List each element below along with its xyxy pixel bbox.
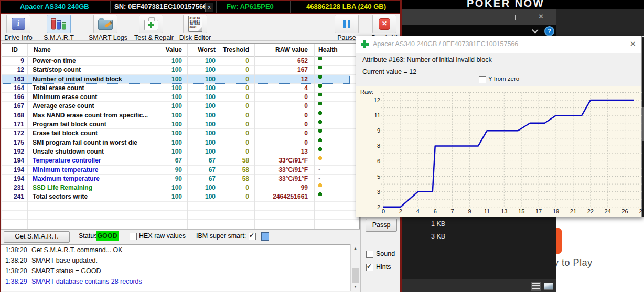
log-entry: 1:38:20SMART base updated. bbox=[1, 255, 350, 266]
svg-text:12: 12 bbox=[374, 97, 380, 103]
table-body: 9Power-on time100100065212Start/stop cou… bbox=[2, 57, 359, 229]
svg-text:28: 28 bbox=[639, 208, 644, 214]
close-icon[interactable]: ✕ bbox=[538, 13, 544, 20]
smart-logs-button[interactable]: SMART Logs bbox=[89, 15, 122, 41]
toolbar: i Drive Info S.M.A.R.T SMART Logs Test &… bbox=[1, 14, 400, 41]
chevron-down-icon[interactable] bbox=[532, 27, 539, 34]
popup-title: Apacer AS340 240GB / 0EF407381EC10015756… bbox=[373, 36, 518, 52]
hex-raw-values-label[interactable]: HEX raw values bbox=[139, 232, 186, 240]
column-header-raw: RAW value bbox=[249, 44, 308, 56]
first-aid-icon bbox=[144, 20, 158, 30]
side-panel: Passp Sound Hints bbox=[360, 217, 401, 292]
table-row[interactable]: 194Maximum temperature90675833°C/91°F- bbox=[2, 175, 359, 183]
ibm-super-smart-checkbox[interactable] bbox=[249, 233, 256, 240]
table-row[interactable]: 166Minimum erase count10010000 bbox=[2, 93, 359, 102]
blue-color-swatch-button[interactable] bbox=[261, 232, 269, 241]
svg-text:Raw:: Raw: bbox=[360, 89, 373, 95]
svg-text:17: 17 bbox=[535, 208, 542, 214]
binary-sheet-icon: 010110 110011 101000 0001 bbox=[188, 16, 202, 32]
disk-editor-button[interactable]: 010110 110011 101000 0001 Disk Editor bbox=[178, 15, 212, 41]
poker-ready-panel: y to Play bbox=[556, 217, 644, 292]
empty-table-row bbox=[2, 220, 359, 229]
drive-close-button[interactable]: x bbox=[205, 3, 213, 12]
orange-button[interactable] bbox=[556, 228, 562, 254]
log-area: 1:38:20Get S.M.A.R.T. command... OK1:38:… bbox=[1, 244, 350, 291]
table-row[interactable]: 164Total erase count10010004 bbox=[2, 84, 359, 93]
status-badge: GOOD bbox=[96, 231, 119, 241]
pause-icon bbox=[343, 20, 350, 28]
log-entry: 1:38:20Get S.M.A.R.T. command... OK bbox=[1, 245, 350, 255]
poker-window-controls: – ✕ bbox=[402, 9, 556, 25]
table-row[interactable]: 194Minimum temperature90675833°C/91°F- bbox=[2, 166, 359, 175]
column-header-treshold: Treshold bbox=[206, 44, 249, 56]
empty-table-row bbox=[2, 211, 359, 220]
scrollbar-thumb[interactable] bbox=[352, 268, 359, 283]
scroll-down-arrow[interactable]: ▼ bbox=[351, 283, 360, 290]
picture-icon[interactable] bbox=[544, 283, 553, 290]
table-row[interactable]: 167Average erase count10010000 bbox=[2, 102, 359, 111]
smart-control-bar: Get S.M.A.R.T. Status: GOOD HEX raw valu… bbox=[1, 229, 360, 244]
get-smart-button[interactable]: Get S.M.A.R.T. bbox=[4, 231, 70, 243]
divider bbox=[216, 1, 217, 13]
table-row[interactable]: 172Erase fail block count10010000 bbox=[2, 129, 359, 138]
column-header-health: Health bbox=[318, 44, 338, 56]
drive-info-bar: Apacer AS340 240GB SN: 0EF407381EC100157… bbox=[1, 1, 400, 14]
y-from-zero-label[interactable]: Y from zero bbox=[488, 75, 519, 82]
help-icon[interactable]: ? bbox=[544, 26, 554, 36]
svg-text:6: 6 bbox=[377, 158, 380, 164]
table-row[interactable]: 175SMI program fail count in worst die10… bbox=[2, 138, 359, 147]
poker-title-strip: POKER NOW bbox=[402, 0, 644, 9]
column-divider bbox=[27, 44, 28, 229]
info-bubble-icon: i bbox=[12, 18, 25, 30]
empty-table-row bbox=[2, 202, 359, 211]
log-entry: 1:38:20SMART status = GOOD bbox=[1, 266, 350, 276]
table-row[interactable]: 9Power-on time1001000652 bbox=[2, 57, 359, 66]
maximize-icon[interactable] bbox=[515, 15, 521, 20]
ibm-super-smart-label: IBM super smart: bbox=[196, 232, 246, 240]
svg-text:19: 19 bbox=[553, 208, 559, 214]
attribute-chart-popup: Apacer AS340 240GB / 0EF407381EC10015756… bbox=[356, 36, 642, 217]
smart-button[interactable]: S.M.A.R.T bbox=[42, 15, 76, 41]
test-repair-button[interactable]: Test & Repair bbox=[134, 15, 168, 41]
poker-bottom-bar bbox=[402, 279, 556, 292]
svg-text:15: 15 bbox=[518, 208, 524, 214]
table-row[interactable]: 163Number of initial invalid block100100… bbox=[2, 75, 359, 84]
attribute-chart: 121198653202467911131517192122242628Raw: bbox=[356, 86, 641, 217]
svg-text:11: 11 bbox=[484, 208, 490, 214]
svg-text:11: 11 bbox=[374, 112, 380, 118]
svg-text:5: 5 bbox=[377, 174, 380, 180]
hints-checkbox[interactable] bbox=[366, 264, 373, 271]
minimize-icon[interactable]: – bbox=[490, 13, 493, 20]
popup-close-icon[interactable]: ✕ bbox=[629, 39, 636, 49]
details-view-icon[interactable] bbox=[531, 282, 541, 291]
column-divider bbox=[350, 44, 350, 229]
sound-label[interactable]: Sound bbox=[376, 250, 395, 257]
popup-title-bar[interactable]: Apacer AS340 240GB / 0EF407381EC10015756… bbox=[356, 36, 641, 53]
smart-attributes-table: ID Name Value Worst Treshold RAW value H… bbox=[2, 43, 360, 230]
divider bbox=[110, 1, 111, 13]
table-row[interactable]: 171Program fail block count10010000 bbox=[2, 120, 359, 129]
y-from-zero-checkbox[interactable] bbox=[479, 76, 486, 83]
passport-button[interactable]: Passp bbox=[366, 219, 397, 232]
column-divider bbox=[314, 44, 315, 229]
hex-raw-values-checkbox[interactable] bbox=[130, 233, 137, 240]
folder-pencil-icon bbox=[98, 20, 113, 30]
table-row[interactable]: 241Total sectors write10010002464251661 bbox=[2, 192, 359, 201]
svg-text:0: 0 bbox=[382, 208, 385, 214]
table-row[interactable]: 192Unsafe shutdown count100100013 bbox=[2, 147, 359, 156]
svg-text:6: 6 bbox=[434, 208, 437, 214]
table-row[interactable]: 231SSD Life Remaining100100099 bbox=[2, 183, 359, 192]
drive-info-button[interactable]: i Drive Info bbox=[2, 15, 35, 41]
file-size-1: 1 KB bbox=[431, 220, 445, 228]
table-row[interactable]: 12Start/stop count1001000167 bbox=[2, 66, 359, 74]
scroll-up-arrow[interactable]: ▲ bbox=[351, 245, 360, 252]
table-row[interactable]: 194Temperature controller67675833°C/91°F bbox=[2, 156, 359, 165]
svg-text:7: 7 bbox=[451, 208, 454, 214]
sound-checkbox[interactable] bbox=[366, 251, 373, 258]
svg-text:8: 8 bbox=[377, 143, 380, 149]
log-scrollbar[interactable]: ▲ ▼ bbox=[350, 244, 360, 291]
hints-label[interactable]: Hints bbox=[376, 263, 391, 271]
table-row[interactable]: 168Max NAND erase count from specific...… bbox=[2, 111, 359, 120]
test-tubes-icon bbox=[51, 18, 66, 30]
log-entry: 1:38:29SMART database contains 28 record… bbox=[1, 276, 350, 287]
